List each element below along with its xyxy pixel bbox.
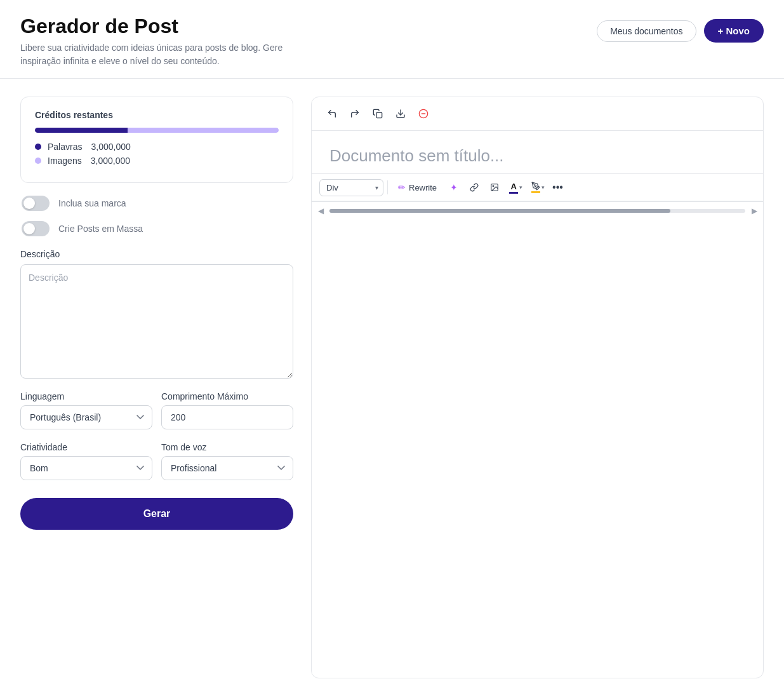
- page-title: Gerador de Post: [20, 15, 312, 37]
- highlight-color-button[interactable]: ▾: [528, 179, 548, 196]
- svg-point-6: [535, 185, 536, 186]
- ai-magic-button[interactable]: ✦: [444, 178, 463, 197]
- main-layout: Créditos restantes Palavras 3,000,000 Im…: [0, 79, 784, 696]
- credits-card: Créditos restantes Palavras 3,000,000 Im…: [20, 97, 293, 183]
- rewrite-button[interactable]: ✏ Rewrite: [392, 179, 443, 196]
- download-button[interactable]: [390, 104, 411, 124]
- gerar-button[interactable]: Gerar: [20, 498, 293, 530]
- marca-toggle-knob: [23, 198, 35, 209]
- rewrite-label: Rewrite: [409, 183, 437, 192]
- highlight-color-underline: [531, 191, 540, 193]
- scroll-right-button[interactable]: ▶: [748, 202, 761, 220]
- sparkle-icon: ✦: [450, 182, 458, 192]
- rewrite-pencil-icon: ✏: [398, 182, 406, 192]
- meus-documentos-button[interactable]: Meus documentos: [597, 20, 696, 42]
- highlight-color-chevron-icon: ▾: [541, 184, 545, 191]
- imagens-row: Imagens 3,000,000: [35, 156, 279, 166]
- comprimento-label: Comprimento Máximo: [161, 391, 293, 401]
- editor-title-area: Documento sem título...: [312, 131, 763, 173]
- scroll-left-button[interactable]: ◀: [314, 202, 327, 220]
- copy-button[interactable]: [368, 104, 388, 124]
- criatividade-select[interactable]: Bom Ótimo Máximo: [20, 456, 152, 480]
- scroll-track: [329, 209, 745, 213]
- linguagem-select[interactable]: Português (Brasil) English Español Franç…: [20, 405, 152, 429]
- toggle-section: Inclua sua marca Crie Posts em Massa: [20, 196, 293, 236]
- editor-panel: Documento sem título... Div H1 H2 H3 Par…: [311, 97, 764, 678]
- palavras-label: Palavras: [48, 142, 82, 152]
- credits-title: Créditos restantes: [35, 110, 279, 120]
- scroll-thumb: [329, 209, 670, 213]
- massa-toggle[interactable]: [22, 221, 50, 236]
- highlight-icon: [531, 182, 540, 191]
- criatividade-label: Criatividade: [20, 442, 152, 452]
- scrollbar-row: ◀ ▶: [312, 201, 763, 220]
- massa-toggle-row: Crie Posts em Massa: [22, 221, 292, 236]
- words-progress: [35, 128, 128, 133]
- format-style-select[interactable]: Div H1 H2 H3 Paragraph: [319, 179, 383, 196]
- page-subtitle: Libere sua criatividade com ideias única…: [20, 41, 312, 68]
- criatividade-tom-row: Criatividade Bom Ótimo Máximo Tom de voz…: [20, 442, 293, 480]
- doc-title[interactable]: Documento sem título...: [329, 146, 745, 166]
- novo-button[interactable]: + Novo: [704, 19, 764, 43]
- massa-label: Crie Posts em Massa: [58, 224, 143, 234]
- palavras-dot: [35, 144, 41, 150]
- descricao-section: Descrição: [20, 249, 293, 379]
- header: Gerador de Post Libere sua criatividade …: [0, 0, 784, 79]
- font-color-a-icon: A: [510, 182, 516, 191]
- marca-toggle-row: Inclua sua marca: [22, 196, 292, 211]
- descricao-input[interactable]: [20, 264, 293, 379]
- editor-format-bar: Div H1 H2 H3 Paragraph ▾ ✏ Rewrite ✦: [312, 173, 763, 201]
- tom-label: Tom de voz: [161, 442, 293, 452]
- linguagem-label: Linguagem: [20, 391, 152, 401]
- left-panel: Créditos restantes Palavras 3,000,000 Im…: [20, 97, 293, 678]
- redo-button[interactable]: [345, 104, 365, 124]
- linguagem-field: Linguagem Português (Brasil) English Esp…: [20, 391, 152, 429]
- imagens-dot: [35, 158, 41, 164]
- format-divider-1: [387, 180, 388, 194]
- palavras-value: 3,000,000: [91, 142, 130, 152]
- tom-field: Tom de voz Profissional Casual Formal Am…: [161, 442, 293, 480]
- svg-point-5: [493, 185, 494, 187]
- criatividade-field: Criatividade Bom Ótimo Máximo: [20, 442, 152, 480]
- header-left: Gerador de Post Libere sua criatividade …: [20, 15, 312, 68]
- marca-toggle[interactable]: [22, 196, 50, 211]
- font-color-underline: [509, 192, 518, 194]
- linguagem-comprimento-row: Linguagem Português (Brasil) English Esp…: [20, 391, 293, 429]
- images-progress: [128, 128, 279, 133]
- more-options-button[interactable]: •••: [550, 182, 566, 193]
- svg-rect-0: [376, 112, 382, 118]
- tom-select[interactable]: Profissional Casual Formal Amigável: [161, 456, 293, 480]
- descricao-label: Descrição: [20, 249, 293, 259]
- delete-button[interactable]: [413, 104, 434, 124]
- editor-content[interactable]: [312, 220, 763, 678]
- header-actions: Meus documentos + Novo: [597, 19, 764, 43]
- font-color-chevron-icon: ▾: [519, 184, 522, 191]
- palavras-row: Palavras 3,000,000: [35, 142, 279, 152]
- imagens-value: 3,000,000: [91, 156, 130, 166]
- comprimento-input[interactable]: [161, 405, 293, 429]
- font-color-button[interactable]: A ▾: [505, 179, 526, 196]
- image-button[interactable]: [485, 178, 504, 197]
- comprimento-field: Comprimento Máximo: [161, 391, 293, 429]
- imagens-label: Imagens: [48, 156, 82, 166]
- credits-progress-bar: [35, 128, 279, 133]
- undo-button[interactable]: [322, 104, 342, 124]
- format-select-wrap: Div H1 H2 H3 Paragraph ▾: [319, 179, 383, 196]
- marca-label: Inclua sua marca: [58, 198, 126, 208]
- link-button[interactable]: [465, 178, 484, 197]
- massa-toggle-knob: [23, 223, 35, 234]
- editor-toolbar-top: [312, 97, 763, 131]
